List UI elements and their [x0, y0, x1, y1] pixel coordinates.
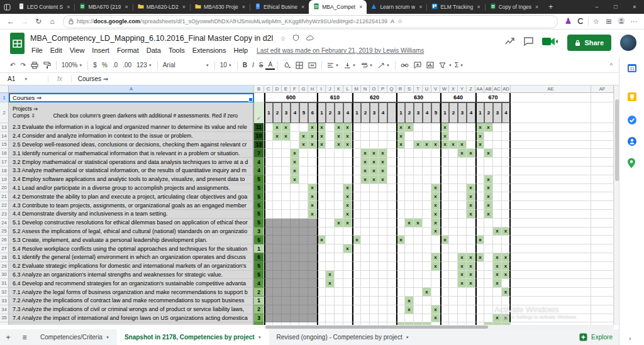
project-number-cell-M[interactable]: 1 [352, 102, 361, 123]
grid-cell[interactable] [308, 279, 317, 288]
grid-cell[interactable] [264, 158, 273, 167]
tab-close-icon[interactable]: × [359, 4, 362, 10]
menu-extensions[interactable]: Extensions [189, 47, 230, 54]
grid-cell[interactable] [440, 210, 449, 219]
grid-cell[interactable] [423, 149, 431, 158]
grid-cell[interactable] [511, 305, 591, 314]
grid-cell[interactable] [493, 236, 502, 244]
row-number-22[interactable]: 22 [0, 201, 9, 210]
project-number-cell-O[interactable]: 3 [370, 102, 379, 123]
star-icon[interactable]: ☆ [280, 35, 286, 42]
x-mark-cell[interactable]: x [379, 158, 387, 167]
x-mark-cell[interactable]: x [343, 141, 352, 150]
grid-cell[interactable] [493, 288, 502, 297]
grid-cell[interactable] [440, 279, 449, 288]
panel-collapse-chevron[interactable]: › [629, 334, 631, 342]
row-number-33[interactable]: 33 [0, 297, 9, 305]
grid-cell[interactable] [361, 271, 370, 280]
x-mark-cell[interactable]: x [352, 236, 361, 244]
grid-cell[interactable] [326, 210, 335, 219]
grid-cell[interactable] [343, 149, 352, 158]
user-avatar[interactable] [620, 35, 636, 51]
grid-cell[interactable] [308, 244, 317, 253]
grid-cell[interactable] [405, 167, 414, 175]
x-mark-cell[interactable]: x [370, 158, 379, 167]
grid-cell[interactable] [511, 279, 591, 288]
grid-cell[interactable] [431, 244, 440, 253]
grid-cell[interactable] [502, 141, 511, 150]
assessment-count-cell[interactable]: 1 [254, 244, 264, 253]
grid-cell[interactable] [370, 132, 379, 141]
grid-cell[interactable] [484, 244, 493, 253]
calendar-icon[interactable]: 31 [627, 63, 637, 75]
project-number-cell-G[interactable]: 5 [299, 102, 308, 123]
grid-cell[interactable] [475, 297, 484, 305]
grid-cell[interactable] [396, 219, 405, 227]
grid-cell[interactable] [343, 262, 352, 271]
column-header-T[interactable]: T [414, 85, 423, 93]
grid-cell[interactable] [361, 305, 370, 314]
grid-cell[interactable] [493, 210, 502, 219]
project-number-cell-J[interactable]: 2 [326, 102, 335, 123]
grid-cell[interactable] [484, 158, 493, 167]
x-mark-cell[interactable]: x [291, 158, 299, 167]
grid-cell[interactable] [405, 184, 414, 193]
grid-cell[interactable] [264, 192, 273, 201]
grid-cell[interactable] [282, 184, 291, 193]
grid-cell[interactable] [591, 175, 614, 184]
grid-cell[interactable] [475, 158, 484, 167]
grid-cell[interactable] [423, 123, 431, 132]
x-mark-cell[interactable]: x [458, 149, 467, 158]
x-mark-cell[interactable]: x [484, 192, 493, 201]
grid-cell[interactable] [361, 219, 370, 227]
grid-cell[interactable] [361, 253, 370, 262]
column-header-W[interactable]: W [440, 85, 449, 93]
grid-cell[interactable] [343, 271, 352, 280]
grid-cell[interactable] [273, 210, 282, 219]
x-mark-cell[interactable]: x [484, 201, 493, 210]
grid-cell[interactable] [273, 236, 282, 244]
grid-cell[interactable] [387, 158, 396, 167]
row-number-23[interactable]: 23 [0, 210, 9, 219]
course-group-header-630[interactable]: 630 [396, 93, 440, 102]
grid-cell[interactable] [361, 288, 370, 297]
competency-label-cell[interactable]: 3.4 Employ software applications and ana… [9, 175, 254, 184]
grid-cell[interactable] [326, 175, 335, 184]
more-formats-select[interactable]: 123▼ [134, 61, 155, 69]
row-number-26[interactable]: 26 [0, 236, 9, 244]
grid-cell[interactable] [493, 149, 502, 158]
grid-cell[interactable] [370, 271, 379, 280]
grid-cell[interactable] [308, 271, 317, 280]
grid-cell[interactable] [431, 167, 440, 175]
grid-cell[interactable] [317, 158, 326, 167]
grid-cell[interactable] [370, 219, 379, 227]
grid-cell[interactable] [502, 132, 511, 141]
grid-cell[interactable] [370, 253, 379, 262]
grid-cell[interactable] [440, 314, 449, 323]
assessment-count-cell[interactable]: 2 [254, 288, 264, 297]
grid-cell[interactable] [449, 227, 458, 236]
projects-comps-note-cell[interactable]: Projects ⇒Comps ⇩Check box column's gree… [9, 102, 254, 123]
grid-cell[interactable] [299, 236, 308, 244]
project-number-cell-Y[interactable]: 3 [458, 102, 467, 123]
grid-cell[interactable] [282, 210, 291, 219]
project-number-cell-N[interactable]: 2 [361, 102, 370, 123]
x-mark-cell[interactable]: x [484, 149, 493, 158]
grid-cell[interactable] [299, 271, 308, 280]
grid-cell[interactable] [352, 271, 361, 280]
competency-label-cell[interactable]: 7.3 Analyze the implications of civil or… [9, 305, 254, 314]
x-mark-cell[interactable]: x [440, 141, 449, 150]
grid-cell[interactable] [291, 132, 299, 141]
grid-cell[interactable] [291, 219, 299, 227]
bold-icon[interactable]: B [240, 61, 250, 69]
grid-cell[interactable] [379, 279, 387, 288]
grid-cell[interactable] [299, 305, 308, 314]
x-mark-cell[interactable]: x [423, 141, 431, 150]
x-mark-cell[interactable]: x [467, 201, 475, 210]
grid-cell[interactable] [440, 184, 449, 193]
grid-cell[interactable] [493, 244, 502, 253]
x-mark-cell[interactable]: x [335, 219, 343, 227]
grid-cell[interactable] [458, 236, 467, 244]
x-mark-cell[interactable]: x [467, 210, 475, 219]
competency-label-cell[interactable]: 2.3 Evaluate the information in a logica… [9, 123, 254, 132]
